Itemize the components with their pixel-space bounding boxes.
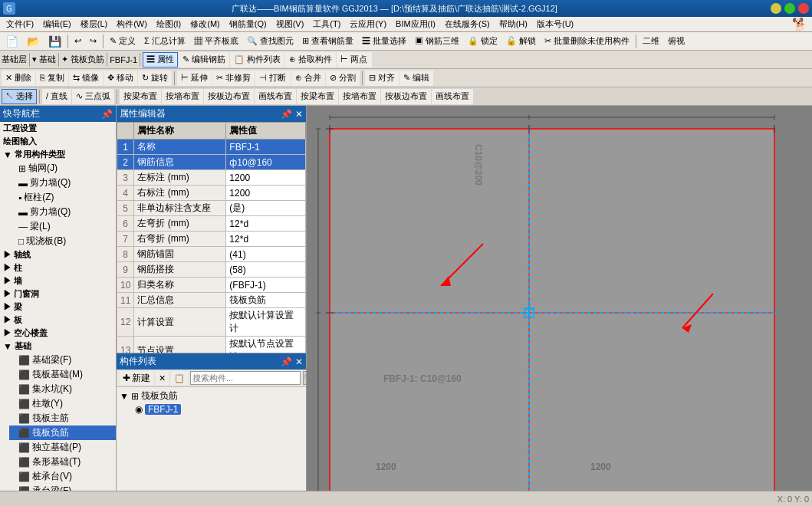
menu-floor[interactable]: 楼层(L): [76, 18, 112, 31]
split-button[interactable]: ⊘ 分割: [326, 71, 360, 86]
2d-button[interactable]: 二维: [639, 34, 663, 49]
nav-engineering-settings[interactable]: 工程设置: [0, 122, 116, 135]
menu-file[interactable]: 文件(F): [2, 18, 38, 31]
comp-list-button[interactable]: 📋 构件列表: [230, 52, 284, 67]
minimize-button[interactable]: [771, 3, 781, 14]
move-tool-button[interactable]: ✥ 移动: [104, 71, 137, 86]
menu-view[interactable]: 视图(V): [271, 18, 309, 31]
prop-pin-button[interactable]: 📌: [281, 109, 292, 120]
undo-button[interactable]: ↩: [71, 34, 85, 49]
align-button[interactable]: ⊟ 对齐: [365, 71, 399, 86]
comp-search-input[interactable]: [190, 371, 301, 385]
nav-wall[interactable]: ▶ 墙: [0, 274, 116, 288]
props-button[interactable]: ☰ 属性: [143, 52, 178, 67]
nav-found-beam[interactable]: ⬛ 基础梁(F): [9, 353, 116, 367]
nav-hollow[interactable]: ▶ 空心楼盖: [0, 327, 116, 340]
edit-rebar-button[interactable]: ✎ 编辑钢筋: [179, 52, 229, 67]
nav-cast-slab[interactable]: □ 现浇板(B): [9, 234, 116, 248]
copy-tool-button[interactable]: ⎘ 复制: [36, 71, 68, 86]
nav-beam[interactable]: — 梁(L): [9, 219, 116, 234]
delete-comp-button[interactable]: ✕: [156, 371, 169, 385]
row-value[interactable]: 12*d: [226, 232, 306, 247]
rotate-tool-button[interactable]: ↻ 旋转: [138, 71, 172, 86]
mirror-tool-button[interactable]: ⇆ 镜像: [69, 71, 103, 86]
lock-button[interactable]: 🔒 锁定: [464, 34, 501, 49]
line-tool-button[interactable]: / 直线: [42, 89, 71, 104]
nav-raft-top-rebar[interactable]: ⬛ 筏板主筋: [9, 411, 116, 426]
row-value[interactable]: 筏板负筋: [226, 293, 306, 308]
calc-button[interactable]: Σ 汇总计算: [140, 34, 189, 49]
nav-col-base[interactable]: ⬛ 柱墩(Y): [9, 396, 116, 411]
delete-tool-button[interactable]: ✕ 删除: [2, 71, 35, 86]
nav-col[interactable]: ▶ 柱: [0, 261, 116, 274]
menu-doghead-icon[interactable]: 🐕: [792, 17, 807, 31]
define-button[interactable]: ✎ 定义: [106, 34, 140, 49]
menu-component[interactable]: 构件(W): [112, 18, 152, 31]
row-value[interactable]: ф10@160: [226, 155, 306, 170]
by-wall-button[interactable]: 按墙布置: [162, 89, 203, 104]
menu-rebar[interactable]: 钢筋量(Q): [225, 18, 271, 31]
menu-bim[interactable]: BIM应用(I): [391, 18, 440, 31]
flat-button[interactable]: ▦ 平齐板底: [190, 34, 242, 49]
by-line-button[interactable]: 画线布置: [255, 89, 296, 104]
row-value[interactable]: (41): [226, 247, 306, 262]
nav-raft-neg-rebar[interactable]: ⬛ 筏板负筋: [9, 426, 116, 440]
by-edge-dist-button[interactable]: 按板边布置: [381, 89, 431, 104]
batch-select-button[interactable]: ☰ 批量选择: [358, 34, 410, 49]
nav-axis[interactable]: ▶ 轴线: [0, 248, 116, 261]
table-row[interactable]: 7 右弯折 (mm) 12*d: [117, 232, 306, 247]
nav-draw-input[interactable]: 绘图输入: [0, 135, 116, 148]
row-value[interactable]: 按默认节点设置计: [226, 337, 306, 353]
table-row[interactable]: 1 名称 FBFJ-1: [117, 140, 306, 155]
nav-raft-found[interactable]: ⬛ 筏板基础(M): [9, 367, 116, 382]
row-value[interactable]: 1200: [226, 186, 306, 201]
table-row[interactable]: 2 钢筋信息 ф10@160: [117, 155, 306, 170]
table-row[interactable]: 10 归类名称 (FBFJ-1): [117, 278, 306, 293]
table-row[interactable]: 3 左标注 (mm) 1200: [117, 170, 306, 186]
table-row[interactable]: 13 节点设置 按默认节点设置计: [117, 337, 306, 353]
close-button[interactable]: [798, 3, 809, 14]
prop-close-button[interactable]: ✕: [295, 109, 303, 120]
comp-tree-raft-neg-rebar[interactable]: ▼ ⊞ 筏板负筋: [117, 389, 306, 403]
nav-sump[interactable]: ⬛ 集水坑(K): [9, 382, 116, 396]
trim-tool-button[interactable]: ✂ 非修剪: [212, 71, 255, 86]
by-beam-dist-button[interactable]: 按梁布置: [297, 89, 338, 104]
topview-button[interactable]: 俯视: [664, 34, 689, 49]
menu-cloud[interactable]: 云应用(Y): [345, 18, 391, 31]
new-comp-button[interactable]: ✚ 新建: [120, 371, 153, 385]
two-point-button[interactable]: ⊢ 两点: [337, 52, 371, 67]
nav-foundation[interactable]: ▼ 基础: [0, 340, 116, 353]
batch-del-button[interactable]: ✂ 批量删除未使用构件: [541, 34, 633, 49]
row-value[interactable]: 按默认计算设置计: [226, 308, 306, 337]
by-beam-button[interactable]: 按梁布置: [120, 89, 161, 104]
nav-door-window[interactable]: ▶ 门窗洞: [0, 288, 116, 301]
view-rebar-button[interactable]: ⊞ 查看钢筋量: [298, 34, 357, 49]
open-button[interactable]: 📂: [23, 34, 44, 49]
nav-beam-group[interactable]: ▶ 梁: [0, 301, 116, 314]
row-value[interactable]: (是): [226, 201, 306, 216]
menu-version[interactable]: 版本号(U): [532, 18, 578, 31]
by-line-draw-button[interactable]: 画线布置: [432, 89, 473, 104]
table-row[interactable]: 8 钢筋锚固 (41): [117, 247, 306, 262]
menu-modify[interactable]: 修改(M): [186, 18, 225, 31]
nav-isolated-found[interactable]: ⬛ 独立基础(P): [9, 440, 116, 455]
nav-strip-found[interactable]: ⬛ 条形基础(T): [9, 455, 116, 469]
comp-close-button[interactable]: ✕: [295, 356, 303, 367]
find-button[interactable]: 🔍 查找图元: [243, 34, 298, 49]
by-edge-button[interactable]: 按板边布置: [204, 89, 254, 104]
nav-shear-wall2[interactable]: ▬ 剪力墙(Q): [9, 205, 116, 219]
extend-tool-button[interactable]: ⊢ 延伸: [177, 71, 212, 86]
arc3p-tool-button[interactable]: ∿ 三点弧: [72, 89, 114, 104]
comp-tree-fbfj1[interactable]: ◉ FBFJ-1: [117, 403, 306, 416]
rebar3d-button[interactable]: ▣ 钢筋三维: [411, 34, 463, 49]
table-row[interactable]: 4 右标注 (mm) 1200: [117, 186, 306, 201]
select-tool-button[interactable]: ↖ 选择: [2, 89, 37, 104]
menu-draw[interactable]: 绘图(I): [152, 18, 186, 31]
comp-pin-button[interactable]: 📌: [281, 356, 292, 367]
save-button[interactable]: 💾: [44, 34, 65, 49]
menu-edit[interactable]: 编辑(E): [38, 18, 76, 31]
menu-help[interactable]: 帮助(H): [495, 18, 532, 31]
menu-tools[interactable]: 工具(T): [308, 18, 345, 31]
table-row[interactable]: 9 钢筋搭接 (58): [117, 262, 306, 278]
table-row[interactable]: 5 非单边标注含支座 (是): [117, 201, 306, 216]
